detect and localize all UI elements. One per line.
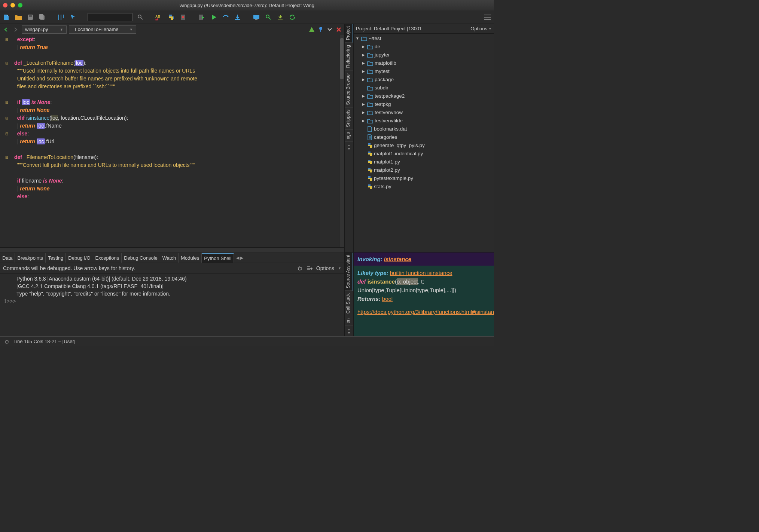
python-icon[interactable] <box>167 13 175 21</box>
save-all-icon[interactable] <box>38 13 46 21</box>
step-over-icon[interactable] <box>222 13 230 21</box>
tree-item[interactable]: bookmarks.dat <box>355 125 493 133</box>
disclosure-icon[interactable]: ▶ <box>361 43 366 51</box>
bottom-tabs-scroll[interactable]: ◀ ▶ <box>234 253 246 263</box>
pin-icon[interactable] <box>317 26 324 33</box>
save-icon[interactable] <box>26 13 34 21</box>
nav-back-icon[interactable] <box>2 26 10 33</box>
vtab-ngs[interactable]: ngs <box>345 130 353 142</box>
replace-icon[interactable]: AB⇄ <box>155 13 163 21</box>
tree-item[interactable]: ▶jupyter <box>355 51 493 59</box>
disclosure-icon[interactable]: ▶ <box>361 67 366 76</box>
tree-item[interactable]: categories <box>355 133 493 141</box>
disclosure-icon[interactable]: ▶ <box>361 76 366 84</box>
disclosure-icon[interactable]: ▶ <box>361 92 366 100</box>
indent-guide-icon[interactable] <box>57 13 65 21</box>
tree-item[interactable]: ▶testpackage2 <box>355 92 493 100</box>
close-icon[interactable] <box>335 26 342 33</box>
search-project-icon[interactable] <box>264 13 272 21</box>
assist-returns-link[interactable]: bool <box>382 296 393 302</box>
disclosure-icon[interactable]: ▶ <box>361 59 366 67</box>
svg-text:⇄: ⇄ <box>155 18 158 21</box>
tab-exceptions[interactable]: Exceptions <box>93 253 122 263</box>
tree-label: testvenvnow <box>375 108 403 117</box>
tree-item[interactable]: ▼~/test <box>355 34 493 43</box>
tab-modules[interactable]: Modules <box>179 253 202 263</box>
tree-item[interactable]: matplot2.py <box>355 166 493 174</box>
tree-item[interactable]: subdir <box>355 84 493 92</box>
new-file-icon[interactable] <box>2 13 10 21</box>
editor-horizontal-scrollbar[interactable] <box>0 247 344 253</box>
tab-breakpoints[interactable]: Breakpoints <box>15 253 46 263</box>
disclosure-icon[interactable]: ▶ <box>361 108 366 117</box>
tab-debug-i-o[interactable]: Debug I/O <box>66 253 93 263</box>
disclosure-icon[interactable]: ▶ <box>361 51 366 59</box>
warning-icon[interactable]: ! <box>308 26 315 33</box>
debug-file-icon[interactable] <box>179 13 187 21</box>
tab-testing[interactable]: Testing <box>46 253 66 263</box>
statusbar-bug-icon[interactable] <box>4 339 10 345</box>
tree-item[interactable]: ▶testvenvnow <box>355 108 493 117</box>
step-into-icon[interactable] <box>234 13 242 21</box>
nav-forward-icon[interactable] <box>12 26 19 33</box>
cursor-icon[interactable] <box>69 13 77 21</box>
assist-likely-link[interactable]: builtin function isinstance <box>390 270 452 276</box>
menu-icon[interactable] <box>484 13 492 21</box>
debug-run-icon[interactable] <box>198 13 206 21</box>
assist-invoking-link[interactable]: isinstance <box>384 256 411 262</box>
disclosure-icon[interactable]: ▼ <box>355 34 360 43</box>
bug-icon[interactable] <box>297 265 303 271</box>
tab-debug-console[interactable]: Debug Console <box>122 253 160 263</box>
disclosure-icon[interactable]: ▶ <box>361 100 366 108</box>
assist-doc-link[interactable]: https://docs.python.org/3/library/functi… <box>357 309 494 315</box>
code-editor[interactable]: ⊟⊟⊟⊟⊟⊟ except: | return True def _Locati… <box>0 35 344 247</box>
project-tree[interactable]: ▼~/test▶de▶jupyter▶matplotlib▶mytest▶pac… <box>354 34 494 252</box>
bottom-tabs: DataBreakpointsTestingDebug I/OException… <box>0 253 344 263</box>
disclosure-icon[interactable]: ▶ <box>361 117 366 125</box>
vtab-scroll[interactable]: ▲▼ <box>345 326 353 336</box>
tree-item[interactable]: ▶testvenvtilde <box>355 117 493 125</box>
vtab-refactoring[interactable]: Refactoring <box>345 43 353 70</box>
tree-item[interactable]: ▶package <box>355 76 493 84</box>
download-icon[interactable] <box>276 13 284 21</box>
tree-label: de <box>375 43 380 51</box>
shell-add-icon[interactable] <box>307 265 313 271</box>
vtab-project[interactable]: Project <box>345 24 353 43</box>
chevron-down-icon[interactable] <box>326 26 333 33</box>
search-input[interactable] <box>88 13 132 21</box>
tree-item[interactable]: pytestexample.py <box>355 174 493 183</box>
search-icon[interactable] <box>136 13 144 21</box>
vtab-source-assistant[interactable]: Source Assistant <box>345 253 353 291</box>
tree-item[interactable]: matplot1.py <box>355 158 493 166</box>
file-dropdown[interactable]: wingapi.py▼ <box>22 25 67 34</box>
vtab-scroll[interactable]: ▲▼ <box>345 142 353 152</box>
vtab-on[interactable]: on <box>345 316 353 326</box>
monitor-icon[interactable] <box>252 13 260 21</box>
symbol-dropdown[interactable]: _LocationToFilename▼ <box>69 25 136 34</box>
tab-watch[interactable]: Watch <box>160 253 179 263</box>
tab-python-shell[interactable]: Python Shell <box>202 253 234 263</box>
folder-icon <box>367 69 373 74</box>
tab-data[interactable]: Data <box>0 253 15 263</box>
editor-vertical-scrollbar[interactable] <box>339 35 344 247</box>
tree-item[interactable]: matplot1-indentical.py <box>355 150 493 158</box>
tree-item[interactable]: ▶testpkg <box>355 100 493 108</box>
tree-item[interactable]: ▶matplotlib <box>355 59 493 67</box>
tree-item[interactable]: generate_qtpy_pyis.py <box>355 141 493 150</box>
assist-invoking: Invoking: isinstance <box>354 253 494 266</box>
project-options[interactable]: Options <box>470 26 487 31</box>
fold-gutter[interactable]: ⊟⊟⊟⊟⊟⊟ <box>0 35 13 247</box>
open-folder-icon[interactable] <box>14 13 22 21</box>
shell-options[interactable]: Options <box>316 265 334 271</box>
run-icon[interactable] <box>210 13 218 21</box>
vtab-source-browser[interactable]: Source Browser <box>345 71 353 107</box>
vtab-call-stack[interactable]: Call Stack <box>345 291 353 316</box>
doc-icon <box>367 134 372 140</box>
tree-item[interactable]: ▶mytest <box>355 67 493 76</box>
code-content[interactable]: except: | return True def _LocationToFil… <box>13 35 339 247</box>
python-shell[interactable]: 1>>> Python 3.6.8 |Anaconda custom (64-b… <box>0 273 344 336</box>
tree-item[interactable]: stats.py <box>355 183 493 191</box>
vtab-snippets[interactable]: Snippets <box>345 107 353 130</box>
refresh-icon[interactable] <box>288 13 296 21</box>
tree-item[interactable]: ▶de <box>355 43 493 51</box>
